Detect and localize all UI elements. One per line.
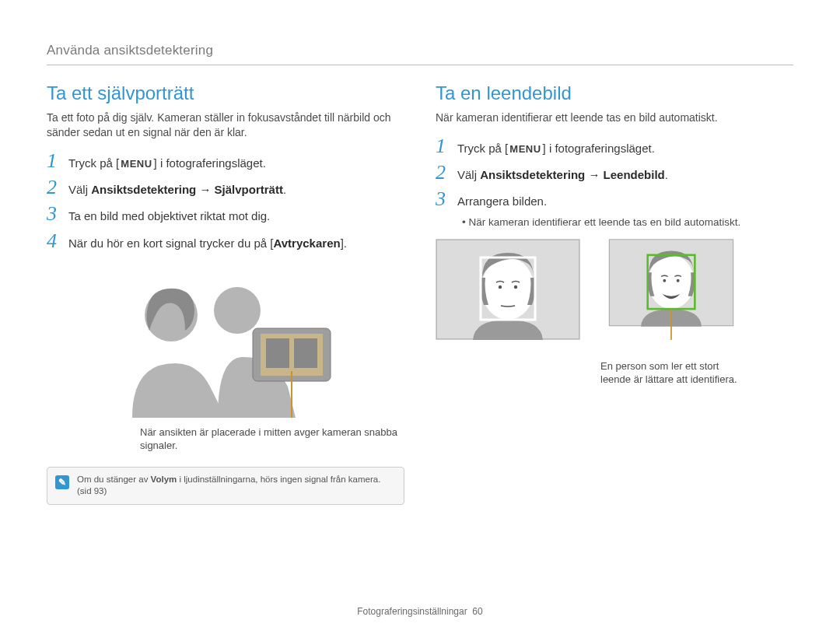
svg-rect-4 bbox=[266, 338, 289, 368]
smile-figures: En person som ler ett stort leende är lä… bbox=[436, 239, 793, 387]
menu-icon: MENU bbox=[508, 142, 542, 156]
step-text: Tryck på [MENU] i fotograferingsläget. bbox=[457, 141, 655, 156]
smile-figure-smile: En person som ler ett stort leende är lä… bbox=[599, 239, 744, 387]
step-number: 2 bbox=[436, 163, 450, 183]
left-step-2: 2 Välj Ansiktsdetektering → Självporträt… bbox=[47, 177, 404, 198]
svg-point-1 bbox=[214, 287, 261, 334]
right-heading: Ta en leendebild bbox=[436, 82, 793, 104]
left-intro: Ta ett foto på dig själv. Kameran ställe… bbox=[47, 110, 404, 140]
breadcrumb: Använda ansiktsdetektering bbox=[47, 43, 793, 58]
selfie-illustration bbox=[101, 270, 350, 418]
step-number: 4 bbox=[47, 231, 61, 251]
step-text: När du hör en kort signal trycker du på … bbox=[68, 236, 347, 251]
step-text: Ta en bild med objektivet riktat mot dig… bbox=[68, 208, 270, 224]
left-step-4: 4 När du hör en kort signal trycker du p… bbox=[47, 231, 404, 251]
menu-icon: MENU bbox=[119, 157, 153, 171]
step-text: Välj Ansiktsdetektering → Självporträtt. bbox=[68, 182, 286, 198]
smile-figure-neutral bbox=[436, 239, 580, 387]
step-text: Tryck på [MENU] i fotograferingsläget. bbox=[68, 156, 266, 171]
selfie-caption: När ansikten är placerade i mitten avger… bbox=[140, 426, 404, 453]
left-step-3: 3 Ta en bild med objektivet riktat mot d… bbox=[47, 204, 404, 224]
step-text: Arrangera bilden. bbox=[457, 194, 547, 209]
svg-point-10 bbox=[514, 285, 517, 288]
step-text: Välj Ansiktsdetektering → Leendebild. bbox=[457, 167, 668, 183]
right-intro: När kameran identifierar ett leende tas … bbox=[436, 110, 793, 125]
page-footer: Fotograferingsinställningar 60 bbox=[0, 606, 840, 617]
right-sub-bullet: När kameran identifierar ett leende tas … bbox=[462, 216, 793, 228]
right-column: Ta en leendebild När kameran identifiera… bbox=[436, 82, 793, 505]
note-icon: ✎ bbox=[55, 475, 69, 489]
left-steps: 1 Tryck på [MENU] i fotograferingsläget.… bbox=[47, 151, 404, 251]
svg-point-9 bbox=[499, 285, 502, 288]
right-step-1: 1 Tryck på [MENU] i fotograferingsläget. bbox=[436, 136, 793, 156]
svg-rect-5 bbox=[294, 338, 317, 368]
left-heading: Ta ett självporträtt bbox=[47, 82, 404, 104]
step-number: 3 bbox=[436, 189, 450, 209]
svg-point-14 bbox=[663, 278, 666, 282]
svg-point-15 bbox=[677, 278, 680, 282]
note-text: Om du stänger av Volym i ljudinställning… bbox=[77, 474, 396, 498]
divider bbox=[47, 65, 793, 65]
right-step-2: 2 Välj Ansiktsdetektering → Leendebild. bbox=[436, 163, 793, 183]
left-step-1: 1 Tryck på [MENU] i fotograferingsläget. bbox=[47, 151, 404, 171]
step-number: 1 bbox=[436, 136, 450, 156]
left-column: Ta ett självporträtt Ta ett foto på dig … bbox=[47, 82, 404, 505]
right-step-3: 3 Arrangera bilden. bbox=[436, 189, 793, 209]
step-number: 2 bbox=[47, 177, 61, 198]
note-box: ✎ Om du stänger av Volym i ljudinställni… bbox=[47, 467, 404, 505]
right-steps: 1 Tryck på [MENU] i fotograferingsläget.… bbox=[436, 136, 793, 210]
step-number: 1 bbox=[47, 151, 61, 171]
smile-caption: En person som ler ett stort leende är lä… bbox=[600, 360, 744, 387]
step-number: 3 bbox=[47, 204, 61, 224]
